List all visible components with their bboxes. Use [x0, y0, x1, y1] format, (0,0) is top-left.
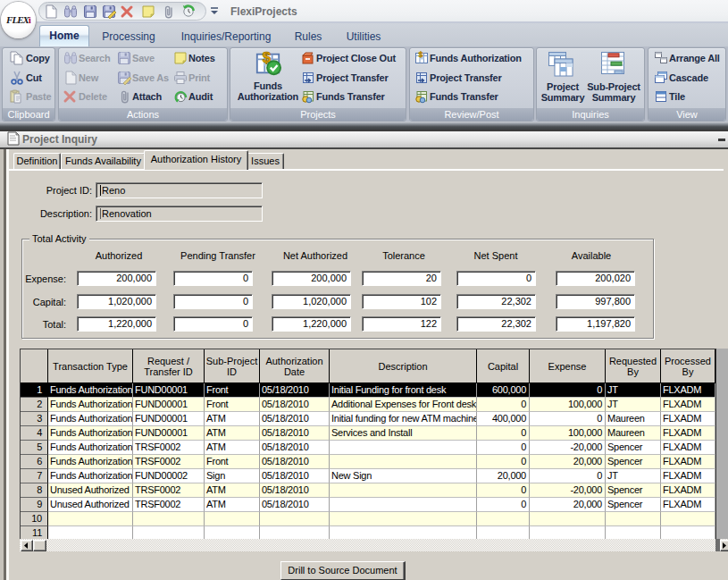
svg-text:$: $ — [419, 51, 423, 59]
